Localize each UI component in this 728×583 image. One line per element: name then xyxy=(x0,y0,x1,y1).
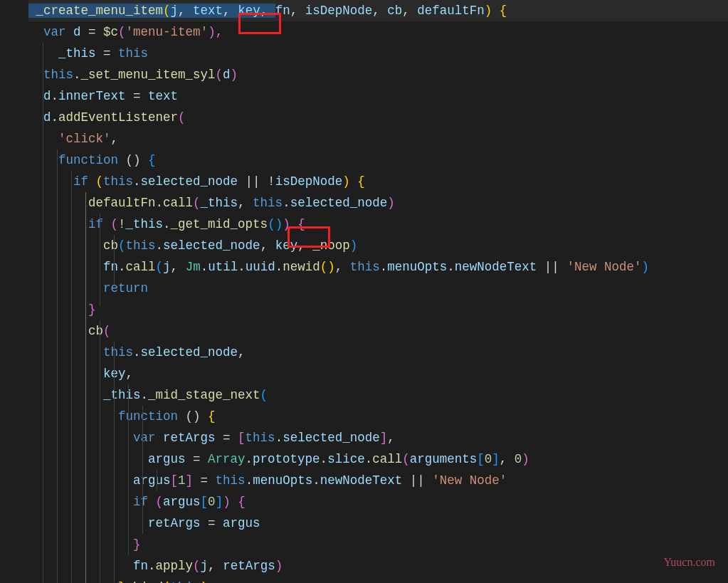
code-line[interactable]: function () { xyxy=(28,149,728,171)
code-line[interactable]: key, xyxy=(28,363,728,384)
code-line[interactable]: if (argus[0]) { xyxy=(28,491,728,513)
code-line[interactable]: var retArgs = [this.selected_node], xyxy=(28,427,728,448)
code-line[interactable]: d.innerText = text xyxy=(28,85,728,107)
code-line[interactable]: } xyxy=(28,299,728,320)
code-line[interactable]: _create_menu_item(j, text, key, fn, isDe… xyxy=(28,0,728,21)
code-line[interactable]: retArgs = argus xyxy=(28,513,728,534)
code-line[interactable]: var d = $c('menu-item'), xyxy=(28,21,728,43)
code-line[interactable]: }.bind(this) xyxy=(28,577,728,583)
code-line[interactable]: fn.call(j, Jm.util.uuid.newid(), this.me… xyxy=(28,256,728,278)
code-line[interactable]: if (!_this._get_mid_opts()) { xyxy=(28,214,728,235)
code-line[interactable]: if (this.selected_node || !isDepNode) { xyxy=(28,171,728,192)
code-line[interactable]: argus = Array.prototype.slice.call(argum… xyxy=(28,448,728,470)
watermark-text: Yuucn.com xyxy=(664,552,715,573)
code-line[interactable]: function () { xyxy=(28,406,728,427)
code-line[interactable]: 'click', xyxy=(28,128,728,149)
code-line[interactable]: cb( xyxy=(28,320,728,342)
code-line[interactable]: cb(this.selected_node, key, _noop) xyxy=(28,235,728,256)
code-line[interactable]: } xyxy=(28,534,728,555)
code-line[interactable]: this._set_menu_item_syl(d) xyxy=(28,64,728,85)
code-line[interactable]: this.selected_node, xyxy=(28,342,728,363)
code-editor[interactable]: _create_menu_item(j, text, key, fn, isDe… xyxy=(0,0,728,583)
code-line[interactable]: return xyxy=(28,278,728,299)
code-line[interactable]: _this._mid_stage_next( xyxy=(28,384,728,406)
code-line[interactable]: fn.apply(j, retArgs) xyxy=(28,555,728,577)
code-line[interactable]: _this = this xyxy=(28,43,728,64)
code-line[interactable]: defaultFn.call(_this, this.selected_node… xyxy=(28,192,728,214)
code-line[interactable]: d.addEventListener( xyxy=(28,107,728,128)
code-line[interactable]: argus[1] = this.menuOpts.newNodeText || … xyxy=(28,470,728,491)
